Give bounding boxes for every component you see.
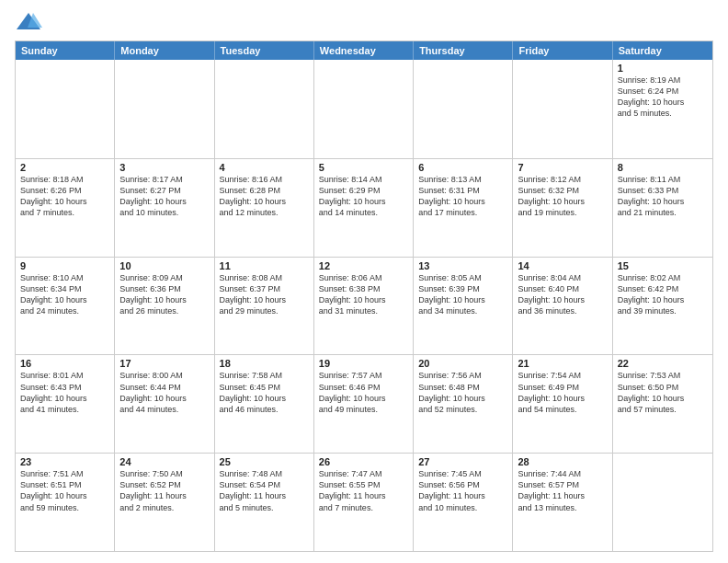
weekday-header: Monday <box>115 41 214 60</box>
day-number: 2 <box>20 162 109 173</box>
cell-sun-info: Sunrise: 8:09 AM Sunset: 6:36 PM Dayligh… <box>119 272 209 317</box>
calendar-cell: 28Sunrise: 7:44 AM Sunset: 6:57 PM Dayli… <box>513 454 612 551</box>
calendar-cell: 12Sunrise: 8:06 AM Sunset: 6:38 PM Dayli… <box>314 258 414 355</box>
day-number: 5 <box>319 162 408 173</box>
calendar-cell: 21Sunrise: 7:54 AM Sunset: 6:49 PM Dayli… <box>513 355 612 453</box>
calendar-cell <box>215 60 314 158</box>
weekday-header: Saturday <box>613 41 712 60</box>
cell-sun-info: Sunrise: 8:12 AM Sunset: 6:32 PM Dayligh… <box>518 174 607 219</box>
cell-sun-info: Sunrise: 7:47 AM Sunset: 6:55 PM Dayligh… <box>319 468 408 513</box>
calendar-cell: 7Sunrise: 8:12 AM Sunset: 6:32 PM Daylig… <box>513 159 612 257</box>
calendar-cell: 25Sunrise: 7:48 AM Sunset: 6:54 PM Dayli… <box>215 454 314 551</box>
calendar-cell: 3Sunrise: 8:17 AM Sunset: 6:27 PM Daylig… <box>115 159 214 257</box>
day-number: 7 <box>518 162 607 173</box>
calendar-cell: 19Sunrise: 7:57 AM Sunset: 6:46 PM Dayli… <box>314 355 414 453</box>
calendar-cell: 1Sunrise: 8:19 AM Sunset: 6:24 PM Daylig… <box>613 60 712 158</box>
cell-sun-info: Sunrise: 7:45 AM Sunset: 6:56 PM Dayligh… <box>418 468 507 513</box>
cell-sun-info: Sunrise: 7:50 AM Sunset: 6:52 PM Dayligh… <box>119 468 209 513</box>
cell-sun-info: Sunrise: 8:13 AM Sunset: 6:31 PM Dayligh… <box>418 174 507 219</box>
calendar-header: SundayMondayTuesdayWednesdayThursdayFrid… <box>16 41 712 60</box>
calendar-row: 2Sunrise: 8:18 AM Sunset: 6:26 PM Daylig… <box>16 158 712 257</box>
calendar-cell: 4Sunrise: 8:16 AM Sunset: 6:28 PM Daylig… <box>215 159 314 257</box>
calendar-cell: 11Sunrise: 8:08 AM Sunset: 6:37 PM Dayli… <box>215 258 314 355</box>
calendar: SundayMondayTuesdayWednesdayThursdayFrid… <box>15 40 713 552</box>
calendar-cell: 22Sunrise: 7:53 AM Sunset: 6:50 PM Dayli… <box>613 355 712 453</box>
calendar-cell: 9Sunrise: 8:10 AM Sunset: 6:34 PM Daylig… <box>16 258 115 355</box>
cell-sun-info: Sunrise: 8:02 AM Sunset: 6:42 PM Dayligh… <box>618 272 708 317</box>
calendar-cell: 5Sunrise: 8:14 AM Sunset: 6:29 PM Daylig… <box>314 159 414 257</box>
weekday-header: Wednesday <box>314 41 414 60</box>
day-number: 26 <box>319 456 408 467</box>
calendar-cell: 26Sunrise: 7:47 AM Sunset: 6:55 PM Dayli… <box>314 454 414 551</box>
day-number: 15 <box>618 260 708 271</box>
calendar-row: 16Sunrise: 8:01 AM Sunset: 6:43 PM Dayli… <box>16 354 712 453</box>
cell-sun-info: Sunrise: 7:54 AM Sunset: 6:49 PM Dayligh… <box>518 370 607 415</box>
day-number: 17 <box>119 358 209 369</box>
day-number: 11 <box>220 260 309 271</box>
calendar-cell: 8Sunrise: 8:11 AM Sunset: 6:33 PM Daylig… <box>613 159 712 257</box>
cell-sun-info: Sunrise: 8:08 AM Sunset: 6:37 PM Dayligh… <box>220 272 309 317</box>
day-number: 24 <box>119 456 209 467</box>
calendar-cell: 27Sunrise: 7:45 AM Sunset: 6:56 PM Dayli… <box>414 454 513 551</box>
cell-sun-info: Sunrise: 8:00 AM Sunset: 6:44 PM Dayligh… <box>119 370 209 415</box>
page: SundayMondayTuesdayWednesdayThursdayFrid… <box>0 0 728 563</box>
cell-sun-info: Sunrise: 7:44 AM Sunset: 6:57 PM Dayligh… <box>518 468 607 513</box>
calendar-row: 1Sunrise: 8:19 AM Sunset: 6:24 PM Daylig… <box>16 60 712 158</box>
weekday-header: Thursday <box>414 41 513 60</box>
calendar-cell <box>115 60 214 158</box>
cell-sun-info: Sunrise: 7:53 AM Sunset: 6:50 PM Dayligh… <box>618 370 708 415</box>
calendar-cell <box>16 60 115 158</box>
calendar-row: 23Sunrise: 7:51 AM Sunset: 6:51 PM Dayli… <box>16 453 712 551</box>
calendar-cell <box>613 454 712 551</box>
calendar-cell: 17Sunrise: 8:00 AM Sunset: 6:44 PM Dayli… <box>115 355 214 453</box>
header <box>15 11 713 33</box>
logo-icon <box>15 11 42 33</box>
day-number: 19 <box>319 358 408 369</box>
day-number: 6 <box>418 162 507 173</box>
logo <box>15 11 46 33</box>
calendar-cell: 13Sunrise: 8:05 AM Sunset: 6:39 PM Dayli… <box>414 258 513 355</box>
calendar-cell: 20Sunrise: 7:56 AM Sunset: 6:48 PM Dayli… <box>414 355 513 453</box>
day-number: 3 <box>119 162 209 173</box>
calendar-cell: 15Sunrise: 8:02 AM Sunset: 6:42 PM Dayli… <box>613 258 712 355</box>
calendar-cell <box>414 60 513 158</box>
calendar-cell: 10Sunrise: 8:09 AM Sunset: 6:36 PM Dayli… <box>115 258 214 355</box>
day-number: 13 <box>418 260 507 271</box>
day-number: 28 <box>518 456 607 467</box>
calendar-cell <box>314 60 414 158</box>
cell-sun-info: Sunrise: 8:17 AM Sunset: 6:27 PM Dayligh… <box>119 174 209 219</box>
cell-sun-info: Sunrise: 8:05 AM Sunset: 6:39 PM Dayligh… <box>418 272 507 317</box>
cell-sun-info: Sunrise: 8:11 AM Sunset: 6:33 PM Dayligh… <box>618 174 708 219</box>
calendar-body: 1Sunrise: 8:19 AM Sunset: 6:24 PM Daylig… <box>16 60 712 551</box>
weekday-header: Friday <box>513 41 612 60</box>
day-number: 9 <box>20 260 109 271</box>
cell-sun-info: Sunrise: 8:06 AM Sunset: 6:38 PM Dayligh… <box>319 272 408 317</box>
day-number: 1 <box>618 63 708 74</box>
day-number: 12 <box>319 260 408 271</box>
cell-sun-info: Sunrise: 8:19 AM Sunset: 6:24 PM Dayligh… <box>618 75 708 120</box>
day-number: 27 <box>418 456 507 467</box>
cell-sun-info: Sunrise: 8:10 AM Sunset: 6:34 PM Dayligh… <box>20 272 109 317</box>
weekday-header: Sunday <box>16 41 115 60</box>
calendar-row: 9Sunrise: 8:10 AM Sunset: 6:34 PM Daylig… <box>16 257 712 355</box>
day-number: 10 <box>119 260 209 271</box>
cell-sun-info: Sunrise: 8:01 AM Sunset: 6:43 PM Dayligh… <box>20 370 109 415</box>
day-number: 25 <box>220 456 309 467</box>
calendar-cell: 2Sunrise: 8:18 AM Sunset: 6:26 PM Daylig… <box>16 159 115 257</box>
cell-sun-info: Sunrise: 8:16 AM Sunset: 6:28 PM Dayligh… <box>220 174 309 219</box>
cell-sun-info: Sunrise: 7:57 AM Sunset: 6:46 PM Dayligh… <box>319 370 408 415</box>
day-number: 20 <box>418 358 507 369</box>
calendar-cell: 24Sunrise: 7:50 AM Sunset: 6:52 PM Dayli… <box>115 454 214 551</box>
cell-sun-info: Sunrise: 8:14 AM Sunset: 6:29 PM Dayligh… <box>319 174 408 219</box>
calendar-cell: 23Sunrise: 7:51 AM Sunset: 6:51 PM Dayli… <box>16 454 115 551</box>
calendar-cell: 14Sunrise: 8:04 AM Sunset: 6:40 PM Dayli… <box>513 258 612 355</box>
day-number: 23 <box>20 456 109 467</box>
cell-sun-info: Sunrise: 7:56 AM Sunset: 6:48 PM Dayligh… <box>418 370 507 415</box>
cell-sun-info: Sunrise: 7:58 AM Sunset: 6:45 PM Dayligh… <box>220 370 309 415</box>
cell-sun-info: Sunrise: 8:18 AM Sunset: 6:26 PM Dayligh… <box>20 174 109 219</box>
calendar-cell: 18Sunrise: 7:58 AM Sunset: 6:45 PM Dayli… <box>215 355 314 453</box>
day-number: 16 <box>20 358 109 369</box>
day-number: 4 <box>220 162 309 173</box>
cell-sun-info: Sunrise: 7:51 AM Sunset: 6:51 PM Dayligh… <box>20 468 109 513</box>
day-number: 8 <box>618 162 708 173</box>
